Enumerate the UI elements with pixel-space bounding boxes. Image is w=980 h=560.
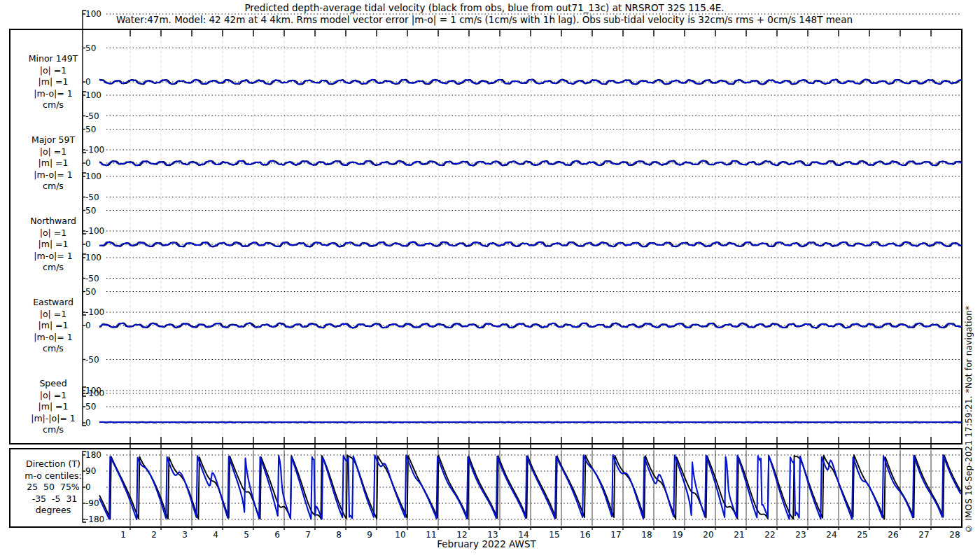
- panel-label-line: Major 59T: [4, 134, 102, 146]
- plot-canvas: 100500-50-100100500-50-100100500-50-1001…: [0, 0, 980, 560]
- panel-label-block-eastward: Eastward|o| =1|m| =1|m-o|= 1cm/s: [4, 297, 102, 355]
- chart-title-line2: Water:47m. Model: 42 42m at 4 4km. Rms m…: [0, 14, 969, 25]
- panel-label-line: degrees: [4, 505, 102, 517]
- panel-label-line: |m| =1: [4, 76, 102, 88]
- panel-label-line: cm/s: [4, 181, 102, 192]
- panel-label-line: |m| =1: [4, 320, 102, 332]
- panel-label-line: m-o centiles:: [4, 470, 102, 482]
- y-tick-label: -50: [85, 111, 99, 121]
- panel-label-line: 25 50 75%: [4, 482, 102, 493]
- panel-label-line: Speed: [4, 378, 102, 390]
- panel-label-line: cm/s: [4, 343, 102, 355]
- panel-label-line: |m|-|o|= 1: [4, 413, 102, 425]
- panel-label-line: |o| =1: [4, 146, 102, 158]
- y-tick-label: 50: [85, 43, 96, 53]
- panel-label-line: -35 -5 31: [4, 493, 102, 505]
- y-tick-label: -50: [85, 192, 99, 202]
- x-axis-title: February 2022 AWST: [0, 538, 973, 550]
- model-direction-curve: [99, 455, 961, 519]
- panel-label-line: cm/s: [4, 424, 102, 436]
- model-speed-curve: [99, 422, 962, 423]
- y-tick-label: -50: [85, 274, 99, 284]
- panel-label-block-direction: Direction (T)m-o centiles:25 50 75% -35 …: [4, 458, 102, 517]
- panel-label-line: |m| =1: [4, 401, 102, 413]
- panel-label-line: Direction (T): [4, 458, 102, 470]
- panel-label-block-major: Major 59T|o| =1|m| =1|m-o|= 1cm/s: [4, 134, 102, 192]
- watermark-text: © IMOS 16-Sep-2021 17:59:21. *Not for na…: [964, 260, 975, 533]
- panel-label-line: |m| =1: [4, 239, 102, 251]
- panel-label-line: cm/s: [4, 99, 102, 111]
- panel-label-block-minor: Minor 149T|o| =1|m| =1|m-o|= 1cm/s: [4, 53, 102, 111]
- y-tick-label: 50: [85, 287, 96, 297]
- panel-label-line: |o| =1: [4, 227, 102, 239]
- panel-label-line: |m-o|= 1: [4, 88, 102, 100]
- panel-label-line: |m-o|= 1: [4, 332, 102, 344]
- y-tick-label: 50: [85, 125, 96, 134]
- panel-label-line: |m-o|= 1: [4, 251, 102, 262]
- panel-label-block-speed: Speed|o| =1|m| =1|m|-|o|= 1cm/s: [4, 378, 102, 436]
- panel-label-line: |m| =1: [4, 158, 102, 169]
- panel-label-line: |m-o|= 1: [4, 169, 102, 181]
- panel-label-line: Minor 149T: [4, 53, 102, 65]
- panel-label-line: |o| =1: [4, 309, 102, 321]
- panel-label-line: Eastward: [4, 297, 102, 309]
- panel-label-line: |o| =1: [4, 390, 102, 402]
- y-tick-label: -50: [85, 355, 99, 365]
- panel-label-block-northward: Northward|o| =1|m| =1|m-o|= 1cm/s: [4, 216, 102, 274]
- y-tick-label: 50: [85, 206, 96, 216]
- panel-label-line: cm/s: [4, 262, 102, 274]
- panel-label-line: Northward: [4, 216, 102, 227]
- panel-label-line: |o| =1: [4, 65, 102, 77]
- figure: Predicted depth-average tidal velocity (…: [0, 0, 980, 560]
- chart-title-line1: Predicted depth-average tidal velocity (…: [0, 2, 969, 13]
- upper-frame: [10, 29, 962, 444]
